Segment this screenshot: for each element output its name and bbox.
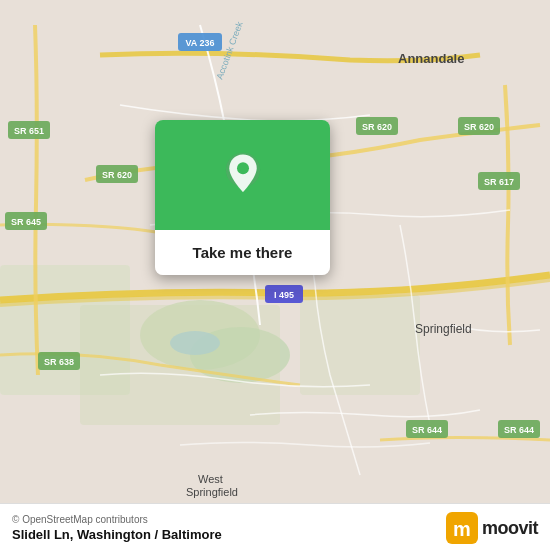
location-name: Slidell Ln, Washington / Baltimore	[12, 527, 222, 542]
svg-text:m: m	[453, 518, 471, 540]
map-svg: VA 236 SR 651 SR 620 SR 620 SR 620 SR 61…	[0, 0, 550, 550]
svg-rect-4	[80, 305, 280, 425]
svg-text:SR 620: SR 620	[464, 122, 494, 132]
bottom-left: © OpenStreetMap contributors Slidell Ln,…	[12, 514, 222, 542]
bottom-bar: © OpenStreetMap contributors Slidell Ln,…	[0, 503, 550, 550]
svg-text:SR 644: SR 644	[412, 425, 442, 435]
svg-text:SR 638: SR 638	[44, 357, 74, 367]
moovit-icon: m	[446, 512, 478, 544]
location-pin-icon	[219, 151, 267, 199]
svg-text:SR 620: SR 620	[362, 122, 392, 132]
svg-text:SR 651: SR 651	[14, 126, 44, 136]
svg-text:West: West	[198, 473, 223, 485]
svg-text:SR 645: SR 645	[11, 217, 41, 227]
svg-text:SR 644: SR 644	[504, 425, 534, 435]
svg-text:SR 620: SR 620	[102, 170, 132, 180]
moovit-brand-text: moovit	[482, 518, 538, 539]
popup-card: Take me there	[155, 120, 330, 275]
moovit-logo[interactable]: m moovit	[446, 512, 538, 544]
popup-green-area	[155, 120, 330, 230]
map-container: VA 236 SR 651 SR 620 SR 620 SR 620 SR 61…	[0, 0, 550, 550]
svg-text:VA 236: VA 236	[185, 38, 214, 48]
svg-point-35	[237, 162, 249, 174]
svg-text:Annandale: Annandale	[398, 51, 464, 66]
svg-text:I 495: I 495	[274, 290, 294, 300]
svg-text:Springfield: Springfield	[186, 486, 238, 498]
copyright-text: © OpenStreetMap contributors	[12, 514, 222, 525]
svg-text:SR 617: SR 617	[484, 177, 514, 187]
svg-text:Springfield: Springfield	[415, 322, 472, 336]
